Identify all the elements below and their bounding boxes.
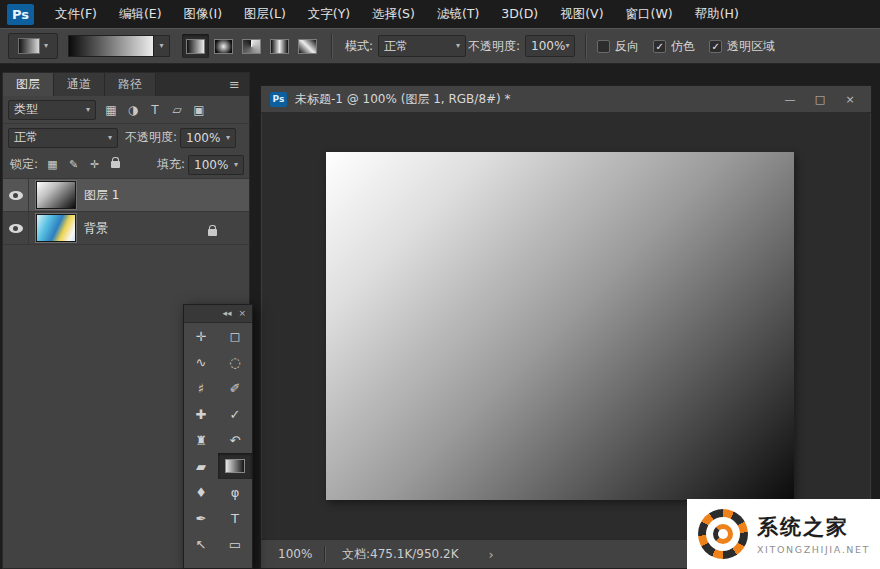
menu-item[interactable]: 图层(L) [233,0,297,28]
chevron-down-icon: ▾ [86,106,90,114]
blend-mode-select[interactable]: 正常 ▾ [8,128,118,148]
lock-all-icon[interactable] [107,156,124,173]
smart-object-filter-icon[interactable]: ▣ [189,100,209,120]
divider [324,546,326,562]
menu-item[interactable]: 文字(Y) [297,0,361,28]
document-window: Ps 未标题-1 @ 100% (图层 1, RGB/8#) * —□× 100… [260,85,872,569]
filter-kind-value: 类型 [14,101,38,118]
quick-selection-tool[interactable]: ◌ [218,349,252,375]
watermark-title: 系统之家 [757,513,870,541]
rectangular-marquee-tool-icon: ◻ [230,330,241,343]
blur-tool[interactable]: ♦ [184,479,218,505]
rectangle-tool-icon: ▭ [229,538,241,551]
adjustment-layer-filter-icon[interactable]: ◑ [123,100,143,120]
panel-menu-icon[interactable]: ≡ [220,73,249,96]
tab-layers[interactable]: 图层 [3,73,54,96]
transparency-checkbox-box[interactable]: ✓ [709,40,722,53]
menu-item[interactable]: 滤镜(T) [426,0,490,28]
radial-gradient-button[interactable] [210,34,237,58]
opacity-value: 100% [531,39,565,53]
eyedropper-tool-icon: ✐ [230,382,241,395]
status-popup-arrow[interactable]: › [489,547,494,562]
layer-name: 背景 [84,220,108,237]
lock-image-icon[interactable]: ✎ [65,156,82,173]
tools-panel-header[interactable]: ◂◂ × [184,305,252,323]
lock-position-icon[interactable]: ✛ [86,156,103,173]
layer-opacity-select[interactable]: 100% ▾ [180,128,236,148]
dither-checkbox-box[interactable]: ✓ [653,40,666,53]
tab-paths[interactable]: 路径 [105,73,156,96]
chevron-down-icon: ▾ [565,42,569,50]
shape-layer-filter-icon[interactable]: ▱ [167,100,187,120]
transparency-checkbox[interactable]: ✓透明区域 [709,38,775,55]
pen-tool[interactable]: ✒ [184,505,218,531]
opacity-select[interactable]: 100% ▾ [525,35,575,57]
menu-item[interactable]: 编辑(E) [108,0,173,28]
path-selection-tool[interactable]: ↖ [184,531,218,557]
history-brush-tool[interactable]: ↶ [218,427,252,453]
layer-thumbnail[interactable] [36,181,76,209]
diamond-gradient-button[interactable] [294,34,321,58]
menu-item[interactable]: 选择(S) [361,0,426,28]
reverse-checkbox[interactable]: 反向 [597,38,639,55]
pixel-layer-filter-icon[interactable]: ▦ [101,100,121,120]
lock-transparency-icon[interactable]: ▦ [44,156,61,173]
gradient-preview[interactable] [68,35,154,57]
gradient-tool[interactable] [218,453,252,479]
window-controls: —□× [783,94,871,105]
mode-select[interactable]: 正常 ▾ [378,35,466,57]
close-panel-icon[interactable]: × [238,309,246,318]
document-titlebar[interactable]: Ps 未标题-1 @ 100% (图层 1, RGB/8#) * —□× [261,86,871,113]
canvas[interactable] [326,152,794,500]
reverse-checkbox-box[interactable] [597,40,610,53]
menu-item[interactable]: 帮助(H) [684,0,750,28]
zoom-level-field[interactable]: 100% [278,547,324,561]
tool-preset-dropdown[interactable]: ▾ [8,33,58,59]
reflected-gradient-button[interactable] [266,34,293,58]
close-button[interactable]: × [843,94,857,105]
move-tool[interactable]: ✛ [184,323,218,349]
mode-value: 正常 [384,38,408,55]
gradient-picker-arrow[interactable]: ▾ [154,35,170,57]
angle-gradient-button[interactable] [238,34,265,58]
filter-kind-select[interactable]: 类型 ▾ [8,100,96,120]
canvas-area[interactable] [262,112,870,540]
menu-item[interactable]: 视图(V) [549,0,614,28]
menu-item[interactable]: 图像(I) [173,0,233,28]
tab-channels[interactable]: 通道 [54,73,105,96]
healing-brush-tool[interactable]: ✚ [184,401,218,427]
layer-row[interactable]: 背景 [3,212,249,245]
rectangle-tool[interactable]: ▭ [218,531,252,557]
clone-stamp-tool[interactable]: ♜ [184,427,218,453]
layer-thumbnail[interactable] [36,214,76,242]
brush-tool[interactable]: ✓ [218,401,252,427]
dither-checkbox[interactable]: ✓仿色 [653,38,695,55]
transparency-label: 透明区域 [727,38,775,55]
crop-tool[interactable]: ♯ [184,375,218,401]
eyedropper-tool[interactable]: ✐ [218,375,252,401]
collapse-panel-icon[interactable]: ◂◂ [222,309,231,318]
fill-value: 100% [194,158,228,172]
opacity-label: 不透明度: [468,38,520,55]
dodge-tool[interactable]: φ [218,479,252,505]
maximize-button[interactable]: □ [813,94,827,105]
linear-gradient-button[interactable] [182,34,209,58]
healing-brush-tool-icon: ✚ [196,408,207,421]
photoshop-app: Ps 文件(F)编辑(E)图像(I)图层(L)文字(Y)选择(S)滤镜(T)3D… [0,0,880,569]
minimize-button[interactable]: — [783,94,797,105]
menu-item[interactable]: 3D(D) [490,0,549,28]
menu-item[interactable]: 文件(F) [44,0,108,28]
layer-visibility-toggle[interactable] [3,179,29,211]
layer-visibility-toggle[interactable] [3,212,29,244]
type-tool[interactable]: T [218,505,252,531]
eraser-tool[interactable]: ▰ [184,453,218,479]
lasso-tool[interactable]: ∿ [184,349,218,375]
layer-row[interactable]: 图层 1 [3,179,249,212]
quick-selection-tool-icon: ◌ [229,356,240,369]
chevron-down-icon: ▾ [108,134,112,142]
rectangular-marquee-tool[interactable]: ◻ [218,323,252,349]
type-layer-filter-icon[interactable]: T [145,100,165,120]
fill-select[interactable]: 100% ▾ [188,155,244,175]
lock-icons: ▦✎✛ [44,156,124,173]
menu-item[interactable]: 窗口(W) [615,0,684,28]
